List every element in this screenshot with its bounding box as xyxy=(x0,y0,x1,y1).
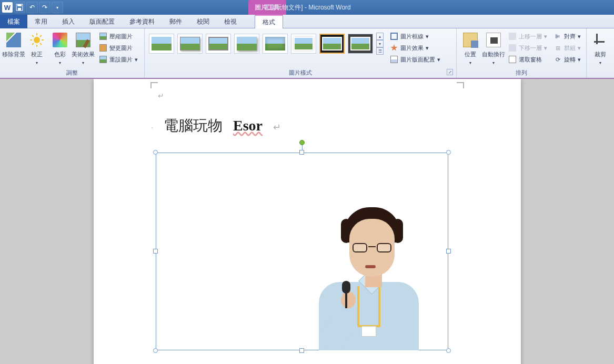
svg-line-9 xyxy=(40,43,42,45)
margin-marker xyxy=(457,82,464,88)
title-bar: W ↶ ↷ ▾ 圖片工具 電腦玩物文件] - Microsoft Word xyxy=(0,0,614,15)
rotate-icon: ⟳ xyxy=(553,55,562,64)
dropdown-arrow-icon: ▾ xyxy=(36,60,38,65)
tab-references[interactable]: 參考資料 xyxy=(122,15,162,28)
selected-picture[interactable] xyxy=(156,153,448,350)
compress-pictures-button[interactable]: 壓縮圖片 xyxy=(97,31,140,42)
tab-review[interactable]: 校閱 xyxy=(189,15,217,28)
heading-chinese[interactable]: 電腦玩物 xyxy=(164,116,223,136)
picture-effects-button[interactable]: 圖片效果 ▾ xyxy=(388,42,442,54)
rotate-button[interactable]: ⟳ 旋轉 ▾ xyxy=(551,54,583,65)
picture-style-thumb[interactable] xyxy=(263,34,288,54)
tab-mailings[interactable]: 郵件 xyxy=(162,15,189,28)
redo-button[interactable]: ↷ xyxy=(39,2,51,13)
selection-pane-button[interactable]: 選取窗格 xyxy=(506,54,549,65)
align-button[interactable]: ⊫ 對齊 ▾ xyxy=(551,31,583,42)
position-icon xyxy=(463,33,478,47)
picture-style-thumb[interactable] xyxy=(206,34,231,54)
dropdown-arrow-icon: ▾ xyxy=(599,60,601,65)
wrap-icon xyxy=(486,33,501,47)
picture-style-thumb[interactable] xyxy=(348,34,373,54)
save-button[interactable] xyxy=(14,2,25,13)
page[interactable]: ↵ · 電腦玩物 Esor ↵ xyxy=(94,79,521,364)
dropdown-arrow-icon: ▾ xyxy=(492,60,495,65)
picture-styles-gallery: ▴ ▾ ☰ xyxy=(147,29,386,58)
reset-picture-icon xyxy=(99,55,107,64)
group-label-adjust: 調整 xyxy=(2,68,142,78)
change-picture-icon xyxy=(99,44,107,52)
picture-style-thumb-selected[interactable] xyxy=(319,34,345,54)
resize-handle-lc[interactable] xyxy=(153,249,158,254)
tab-insert[interactable]: 插入 xyxy=(55,15,82,28)
svg-point-3 xyxy=(34,37,40,43)
dropdown-arrow-icon: ▾ xyxy=(82,60,84,65)
tab-file[interactable]: 檔案 xyxy=(0,15,27,28)
quick-access-toolbar: W ↶ ↷ ▾ xyxy=(0,2,65,13)
resize-handle-tl[interactable] xyxy=(153,150,158,155)
dropdown-arrow-icon: ▾ xyxy=(135,56,138,63)
align-icon: ⊫ xyxy=(553,32,562,41)
resize-handle-bl[interactable] xyxy=(153,348,158,353)
crop-button[interactable]: 裁剪 ▾ xyxy=(589,29,612,66)
gallery-more-button[interactable]: ☰ xyxy=(376,47,384,55)
reset-picture-button[interactable]: 重設圖片 ▾ xyxy=(97,54,140,65)
picture-style-thumb[interactable] xyxy=(149,34,174,54)
artistic-icon xyxy=(76,33,90,47)
svg-line-8 xyxy=(32,35,34,37)
margin-marker xyxy=(150,82,158,88)
wrap-text-button[interactable]: 自動換行 ▾ xyxy=(482,29,505,66)
document-heading[interactable]: · 電腦玩物 Esor ↵ xyxy=(152,116,463,136)
change-picture-button[interactable]: 變更圖片 xyxy=(97,42,140,54)
artistic-effects-button[interactable]: 美術效果 ▾ xyxy=(72,29,95,66)
corrections-button[interactable]: 校正 ▾ xyxy=(25,29,48,66)
document-title: 電腦玩物文件] - Microsoft Word xyxy=(263,3,350,12)
dialog-launcher[interactable]: ⤢ xyxy=(447,69,453,75)
gallery-scroll-down[interactable]: ▾ xyxy=(376,40,384,47)
picture-layout-button[interactable]: 圖片版面配置 ▾ xyxy=(388,54,442,65)
bring-forward-button: 上移一層 ▾ xyxy=(506,31,549,42)
ribbon-tabs: 檔案 常用 插入 版面配置 參考資料 郵件 校閱 檢視 格式 xyxy=(0,15,614,28)
tab-format[interactable]: 格式 xyxy=(255,15,283,28)
resize-handle-tr[interactable] xyxy=(446,150,451,155)
ribbon: 移除背景 校正 ▾ 色彩 ▾ 美術效果 ▾ xyxy=(0,28,614,79)
backward-icon xyxy=(509,44,516,52)
svg-line-10 xyxy=(32,43,34,45)
dropdown-arrow-icon: ▾ xyxy=(469,60,471,65)
svg-line-11 xyxy=(40,35,42,37)
resize-handle-rc[interactable] xyxy=(446,249,451,254)
picture-border-button[interactable]: 圖片框線 ▾ xyxy=(388,31,442,42)
color-button[interactable]: 色彩 ▾ xyxy=(48,29,72,66)
effects-icon xyxy=(390,44,398,52)
color-icon xyxy=(53,33,67,47)
send-backward-button: 下移一層 ▾ xyxy=(506,42,549,54)
svg-rect-2 xyxy=(18,8,21,11)
layout-icon xyxy=(390,56,398,63)
tab-view[interactable]: 檢視 xyxy=(217,15,244,28)
group-label-size xyxy=(589,76,612,78)
word-icon[interactable]: W xyxy=(2,2,13,13)
rotate-handle[interactable] xyxy=(299,140,305,145)
dropdown-arrow-icon: ▾ xyxy=(426,33,429,40)
gallery-scroll-up[interactable]: ▴ xyxy=(376,33,384,40)
resize-handle-tc[interactable] xyxy=(299,150,304,155)
group-picture-styles: ▴ ▾ ☰ 圖片框線 ▾ 圖片效果 ▾ 圖片版面配置 ▾ xyxy=(145,28,457,78)
tab-home[interactable]: 常用 xyxy=(27,15,55,28)
dropdown-arrow-icon: ▾ xyxy=(578,33,581,40)
undo-button[interactable]: ↶ xyxy=(26,2,38,13)
selection-pane-icon xyxy=(509,56,516,63)
picture-style-thumb[interactable] xyxy=(234,34,259,54)
qat-customize-button[interactable]: ▾ xyxy=(52,2,63,13)
document-area[interactable]: ↵ · 電腦玩物 Esor ↵ xyxy=(0,79,614,364)
picture-style-thumb[interactable] xyxy=(291,34,316,54)
group-label-arrange: 排列 xyxy=(459,68,584,78)
dropdown-arrow-icon: ▾ xyxy=(578,56,581,63)
crop-icon xyxy=(594,34,607,46)
group-label-styles: 圖片樣式⤢ xyxy=(147,68,454,78)
tab-page-layout[interactable]: 版面配置 xyxy=(82,15,122,28)
heading-english[interactable]: Esor xyxy=(233,117,263,134)
picture-style-thumb[interactable] xyxy=(177,34,203,54)
remove-background-button[interactable]: 移除背景 xyxy=(2,29,25,66)
position-button[interactable]: 位置 ▾ xyxy=(459,29,482,66)
resize-handle-br[interactable] xyxy=(446,348,451,353)
corrections-icon xyxy=(28,32,45,48)
